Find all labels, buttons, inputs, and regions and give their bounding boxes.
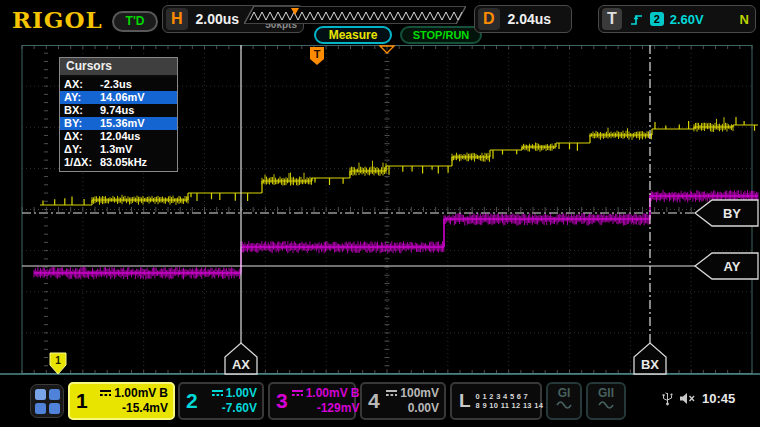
svg-text:1: 1 (55, 355, 61, 366)
channel-1-box[interactable]: 1 1.00mV B -15.4mV (68, 382, 175, 420)
channel-1-scale: 1.00mV (114, 386, 156, 401)
cursor-result-row: ΔY:1.3mV (60, 143, 177, 156)
channel-2-offset: -7.60V (222, 401, 257, 416)
channel-1-offset: -15.4mV (122, 401, 168, 416)
channel-3-offset: -129mV (317, 401, 360, 416)
quick-menu-button[interactable] (30, 384, 64, 418)
cursor-result-row: AY:14.06mV (60, 91, 177, 104)
oscilloscope-screen: RIGOL T'D H 2.00us 2.5GSa/s 50kpts Measu… (0, 0, 760, 427)
measure-button[interactable]: Measure (314, 26, 392, 44)
channel-4-number: 4 (362, 389, 384, 413)
svg-text:AY: AY (724, 259, 741, 274)
trigger-source-badge: 2 (650, 12, 664, 26)
cursor-result-row: 1/ΔX:83.05kHz (60, 156, 177, 169)
channel-4-box[interactable]: 4 100mV 0.00V (360, 382, 446, 420)
channel-3-box[interactable]: 3 1.00mV B -129mV (268, 382, 356, 420)
delay-label: D (478, 8, 500, 30)
svg-text:BX: BX (641, 357, 659, 372)
timebase-value: 2.00us (196, 11, 240, 27)
svg-text:AX: AX (232, 357, 250, 372)
cursor-result-row: BY:15.36mV (60, 117, 177, 130)
svg-text:T: T (314, 48, 321, 60)
coupling-icon (292, 390, 303, 398)
generator-2-button[interactable]: GII (586, 382, 626, 420)
logic-channels-row2: 8 9 10 11 12 13 14 15 (476, 401, 555, 410)
trigger-mode: N (740, 12, 749, 27)
cursor-result-row: BX:9.74us (60, 104, 177, 117)
logic-analyzer-box[interactable]: L 0 1 2 3 4 5 6 7 8 9 10 11 12 13 14 15 (450, 382, 542, 420)
channel-3-scale: 1.00mV (306, 386, 348, 401)
delay-box[interactable]: D 2.04us (474, 5, 572, 33)
rigol-logo: RIGOL (12, 6, 103, 33)
channel-2-scale: 1.00V (226, 386, 257, 401)
generator-1-button[interactable]: GI (546, 382, 582, 420)
delay-value: 2.04us (508, 11, 552, 27)
usb-icon (662, 391, 673, 406)
svg-text:BY: BY (723, 206, 741, 221)
cursors-panel-title: Cursors (60, 58, 177, 77)
horizontal-label: H (166, 8, 188, 30)
coupling-icon (100, 390, 111, 398)
channel-3-number: 3 (270, 389, 292, 413)
clock: 10:45 (702, 391, 735, 406)
trigger-level-value: 2.60V (670, 12, 704, 27)
channel-1-number: 1 (70, 389, 92, 413)
cursor-result-row: AX:-2.3us (60, 78, 177, 91)
channel-2-box[interactable]: 2 1.00V -7.60V (178, 382, 264, 420)
logic-label: L (452, 390, 476, 412)
channel-2-number: 2 (180, 389, 202, 413)
memory-depth-bar[interactable] (244, 6, 466, 24)
cursors-panel: Cursors AX:-2.3usAY:14.06mVBX:9.74usBY:1… (59, 57, 178, 172)
stop-run-button[interactable]: STOP/RUN (400, 26, 482, 44)
sine-icon (598, 400, 614, 410)
channel-4-scale: 100mV (400, 386, 439, 401)
bandwidth-limit-badge: B (159, 386, 168, 401)
coupling-icon (212, 390, 223, 398)
sine-icon (556, 400, 572, 410)
trigger-slope-icon (630, 12, 644, 26)
trigger-box[interactable]: T 2 2.60V N (598, 5, 756, 33)
cursor-result-row: ΔX:12.04us (60, 130, 177, 143)
channel-4-offset: 0.00V (408, 401, 439, 416)
speaker-mute-icon (679, 392, 696, 405)
trigger-label: T (602, 8, 622, 30)
logic-channels-row1: 0 1 2 3 4 5 6 7 (476, 392, 528, 401)
bandwidth-limit-badge: B (351, 386, 360, 401)
trigger-status-badge: T'D (112, 11, 158, 32)
coupling-icon (386, 390, 397, 398)
